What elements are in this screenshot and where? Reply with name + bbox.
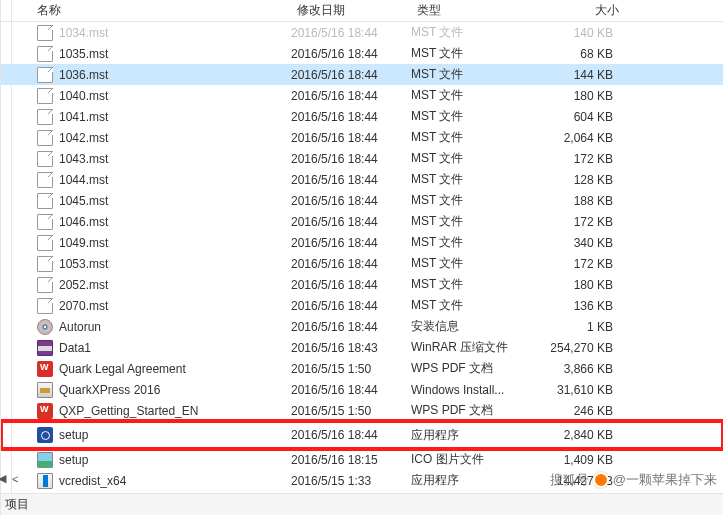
file-size: 254,270 KB bbox=[531, 341, 621, 355]
file-icon bbox=[37, 109, 53, 125]
file-row[interactable]: 1034.mst2016/5/16 18:44MST 文件140 KB bbox=[1, 22, 723, 43]
setup-icon bbox=[37, 427, 53, 443]
file-name: 1040.mst bbox=[59, 89, 108, 103]
file-size: 188 KB bbox=[531, 194, 621, 208]
file-date: 2016/5/16 18:44 bbox=[291, 257, 411, 271]
column-header-name[interactable]: 名称 bbox=[37, 2, 297, 19]
file-type: ICO 图片文件 bbox=[411, 451, 531, 468]
file-row[interactable]: vcredist_x642016/5/15 1:33应用程序14,427 KB bbox=[1, 470, 723, 491]
file-type: WPS PDF 文档 bbox=[411, 402, 531, 419]
file-row[interactable]: 1042.mst2016/5/16 18:44MST 文件2,064 KB bbox=[1, 127, 723, 148]
file-row[interactable]: 1041.mst2016/5/16 18:44MST 文件604 KB bbox=[1, 106, 723, 127]
file-type: MST 文件 bbox=[411, 108, 531, 125]
file-row[interactable]: 1046.mst2016/5/16 18:44MST 文件172 KB bbox=[1, 211, 723, 232]
file-date: 2016/5/16 18:44 bbox=[291, 299, 411, 313]
file-date: 2016/5/16 18:43 bbox=[291, 341, 411, 355]
rar-icon bbox=[37, 340, 53, 356]
file-name: 1044.mst bbox=[59, 173, 108, 187]
file-row[interactable]: 1035.mst2016/5/16 18:44MST 文件68 KB bbox=[1, 43, 723, 64]
vcr-icon bbox=[37, 473, 53, 489]
file-name: 1049.mst bbox=[59, 236, 108, 250]
file-date: 2016/5/16 18:44 bbox=[291, 383, 411, 397]
file-name: vcredist_x64 bbox=[59, 474, 126, 488]
file-row[interactable]: QXP_Getting_Started_EN2016/5/15 1:50WPS … bbox=[1, 400, 723, 421]
file-row[interactable]: 1044.mst2016/5/16 18:44MST 文件128 KB bbox=[1, 169, 723, 190]
file-size: 14,427 KB bbox=[531, 474, 621, 488]
column-header-row: 名称 修改日期 类型 大小 bbox=[1, 0, 723, 22]
file-date: 2016/5/16 18:44 bbox=[291, 278, 411, 292]
file-row[interactable]: 1036.mst2016/5/16 18:44MST 文件144 KB bbox=[1, 64, 723, 85]
file-type: MST 文件 bbox=[411, 276, 531, 293]
file-icon bbox=[37, 67, 53, 83]
file-list[interactable]: 1034.mst2016/5/16 18:44MST 文件140 KB1035.… bbox=[1, 22, 723, 493]
file-row[interactable]: 1049.mst2016/5/16 18:44MST 文件340 KB bbox=[1, 232, 723, 253]
column-header-size[interactable]: 大小 bbox=[537, 2, 627, 19]
file-name: QXP_Getting_Started_EN bbox=[59, 404, 198, 418]
column-header-date[interactable]: 修改日期 bbox=[297, 2, 417, 19]
cd-icon bbox=[37, 319, 53, 335]
file-row[interactable]: 1040.mst2016/5/16 18:44MST 文件180 KB bbox=[1, 85, 723, 106]
file-icon bbox=[37, 235, 53, 251]
img-icon bbox=[37, 452, 53, 468]
file-date: 2016/5/16 18:44 bbox=[291, 47, 411, 61]
file-name: 1034.mst bbox=[59, 26, 108, 40]
file-size: 1 KB bbox=[531, 320, 621, 334]
file-date: 2016/5/15 1:50 bbox=[291, 404, 411, 418]
column-header-type[interactable]: 类型 bbox=[417, 2, 537, 19]
file-row[interactable]: setup2016/5/16 18:44应用程序2,840 KB bbox=[1, 421, 723, 449]
file-type: MST 文件 bbox=[411, 45, 531, 62]
file-name: 1053.mst bbox=[59, 257, 108, 271]
file-size: 180 KB bbox=[531, 89, 621, 103]
file-row[interactable]: Quark Legal Agreement2016/5/15 1:50WPS P… bbox=[1, 358, 723, 379]
file-size: 172 KB bbox=[531, 152, 621, 166]
file-size: 340 KB bbox=[531, 236, 621, 250]
file-row[interactable]: 1045.mst2016/5/16 18:44MST 文件188 KB bbox=[1, 190, 723, 211]
file-type: WinRAR 压缩文件 bbox=[411, 339, 531, 356]
file-type: MST 文件 bbox=[411, 255, 531, 272]
file-date: 2016/5/16 18:44 bbox=[291, 194, 411, 208]
file-icon bbox=[37, 130, 53, 146]
file-row[interactable]: Autorun2016/5/16 18:44安装信息1 KB bbox=[1, 316, 723, 337]
file-row[interactable]: 1043.mst2016/5/16 18:44MST 文件172 KB bbox=[1, 148, 723, 169]
file-row[interactable]: 1053.mst2016/5/16 18:44MST 文件172 KB bbox=[1, 253, 723, 274]
file-name: Data1 bbox=[59, 341, 91, 355]
file-icon bbox=[37, 151, 53, 167]
file-date: 2016/5/16 18:44 bbox=[291, 89, 411, 103]
file-name: 1041.mst bbox=[59, 110, 108, 124]
file-type: MST 文件 bbox=[411, 66, 531, 83]
file-row[interactable]: 2052.mst2016/5/16 18:44MST 文件180 KB bbox=[1, 274, 723, 295]
file-name: 1046.mst bbox=[59, 215, 108, 229]
file-name: 2070.mst bbox=[59, 299, 108, 313]
file-icon bbox=[37, 256, 53, 272]
file-row[interactable]: QuarkXPress 20162016/5/16 18:44Windows I… bbox=[1, 379, 723, 400]
file-size: 172 KB bbox=[531, 215, 621, 229]
file-size: 2,840 KB bbox=[531, 428, 621, 442]
file-size: 128 KB bbox=[531, 173, 621, 187]
file-type: MST 文件 bbox=[411, 24, 531, 41]
file-row[interactable]: Welcome2016/5/16 18:15BMP 文件458 KB bbox=[1, 491, 723, 493]
file-type: MST 文件 bbox=[411, 192, 531, 209]
file-type: 应用程序 bbox=[411, 472, 531, 489]
file-size: 31,610 KB bbox=[531, 383, 621, 397]
file-name: Quark Legal Agreement bbox=[59, 362, 186, 376]
file-date: 2016/5/16 18:44 bbox=[291, 152, 411, 166]
file-icon bbox=[37, 277, 53, 293]
file-row[interactable]: setup2016/5/16 18:15ICO 图片文件1,409 KB bbox=[1, 449, 723, 470]
file-size: 68 KB bbox=[531, 47, 621, 61]
file-date: 2016/5/15 1:33 bbox=[291, 474, 411, 488]
file-row[interactable]: Data12016/5/16 18:43WinRAR 压缩文件254,270 K… bbox=[1, 337, 723, 358]
file-date: 2016/5/16 18:44 bbox=[291, 131, 411, 145]
file-type: MST 文件 bbox=[411, 129, 531, 146]
file-date: 2016/5/16 18:44 bbox=[291, 26, 411, 40]
pdf-icon bbox=[37, 403, 53, 419]
status-label: 项目 bbox=[5, 496, 29, 513]
file-size: 172 KB bbox=[531, 257, 621, 271]
file-type: MST 文件 bbox=[411, 234, 531, 251]
file-row[interactable]: 2070.mst2016/5/16 18:44MST 文件136 KB bbox=[1, 295, 723, 316]
file-name: 1035.mst bbox=[59, 47, 108, 61]
file-name: 1043.mst bbox=[59, 152, 108, 166]
file-icon bbox=[37, 46, 53, 62]
file-type: 应用程序 bbox=[411, 427, 531, 444]
file-icon bbox=[37, 25, 53, 41]
file-size: 140 KB bbox=[531, 26, 621, 40]
